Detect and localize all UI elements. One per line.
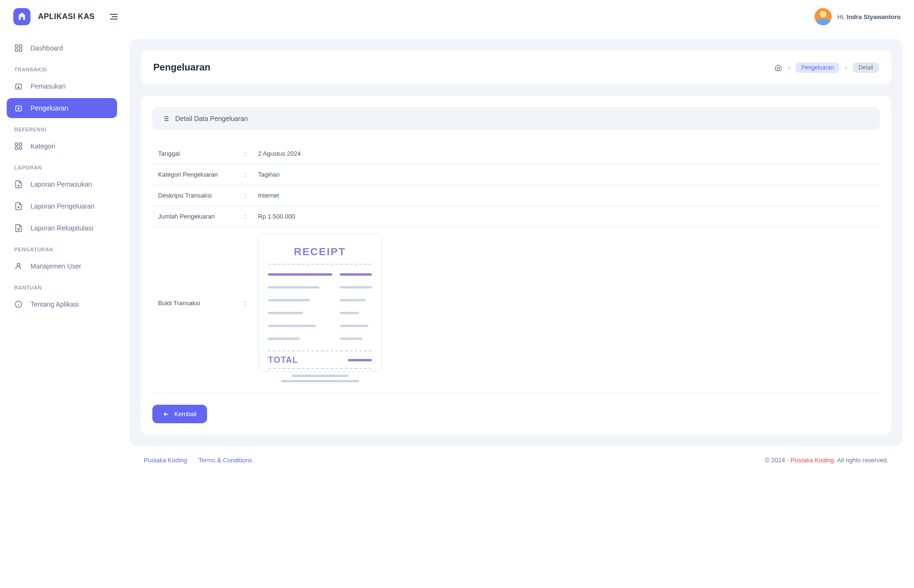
field-value: Tagihan bbox=[252, 164, 880, 185]
user-greeting: Hi, Indra Styawantoro bbox=[837, 13, 901, 20]
chevron-right-icon: › bbox=[788, 64, 790, 71]
expense-icon bbox=[14, 104, 23, 112]
table-row: Tanggal : 2 Agustus 2024 bbox=[152, 143, 880, 164]
sidebar-item-label: Laporan Rekapitulasi bbox=[30, 224, 93, 232]
detail-card: Detail Data Pengeluaran Tanggal : 2 Agus… bbox=[141, 96, 891, 435]
sidebar-item-label: Pemasukan bbox=[30, 82, 66, 90]
table-row: Kategori Pengeluaran : Tagihan bbox=[152, 164, 880, 185]
header-left: APLIKASI KAS bbox=[13, 8, 119, 25]
sidebar-item-laporan-pemasukan[interactable]: Laporan Pemasukan bbox=[7, 174, 117, 194]
page-title: Pengeluaran bbox=[153, 62, 210, 73]
home-icon[interactable] bbox=[775, 64, 782, 71]
svg-point-10 bbox=[17, 263, 20, 266]
card-title: Detail Data Pengeluaran bbox=[175, 115, 248, 122]
header-right: Hi, Indra Styawantoro bbox=[815, 8, 901, 25]
dashboard-icon bbox=[14, 44, 23, 52]
back-button-label: Kembali bbox=[174, 410, 197, 418]
sidebar-item-label: Laporan Pengeluaran bbox=[30, 202, 95, 210]
top-header: APLIKASI KAS Hi, Indra Styawantoro bbox=[0, 0, 914, 33]
page-header: Pengeluaran › Pengeluaran › Detail bbox=[141, 50, 891, 84]
sidebar-item-tentang-aplikasi[interactable]: Tentang Aplikasi bbox=[7, 294, 117, 314]
back-button[interactable]: Kembali bbox=[152, 405, 207, 423]
field-label: Tanggal bbox=[152, 143, 238, 164]
sidebar-item-manajemen-user[interactable]: Manajemen User bbox=[7, 256, 117, 276]
footer: Pustaka Koding Terms & Conditions © 2024… bbox=[129, 446, 903, 474]
breadcrumb-current: Detail bbox=[853, 62, 879, 73]
field-value: 2 Agustus 2024 bbox=[252, 143, 880, 164]
svg-rect-0 bbox=[15, 45, 18, 47]
chevron-right-icon: › bbox=[845, 64, 847, 71]
main-content: Pengeluaran › Pengeluaran › Detail Detai… bbox=[124, 33, 914, 486]
arrow-left-icon bbox=[163, 411, 169, 418]
card-header: Detail Data Pengeluaran bbox=[152, 107, 880, 130]
field-label: Jumlah Pengeluaran bbox=[152, 206, 238, 227]
sidebar-item-label: Kategori bbox=[30, 142, 55, 150]
card-actions: Kembali bbox=[152, 393, 880, 423]
sidebar: Dashboard TRANSAKSI Pemasukan Pengeluara… bbox=[0, 33, 124, 486]
field-value: Rp 1.500.000 bbox=[252, 206, 880, 227]
svg-rect-3 bbox=[20, 49, 22, 51]
footer-link-brand[interactable]: Pustaka Koding bbox=[144, 457, 187, 464]
detail-table: Tanggal : 2 Agustus 2024 Kategori Pengel… bbox=[152, 143, 880, 379]
app-logo[interactable] bbox=[13, 8, 30, 25]
footer-link-terms[interactable]: Terms & Conditions bbox=[199, 457, 252, 464]
menu-toggle-button[interactable] bbox=[108, 11, 119, 22]
field-value: Internet bbox=[252, 185, 880, 206]
sidebar-item-pengeluaran[interactable]: Pengeluaran bbox=[7, 98, 117, 118]
sidebar-item-dashboard[interactable]: Dashboard bbox=[7, 38, 117, 58]
footer-copyright: © 2024 - Pustaka Koding. All rights rese… bbox=[765, 457, 888, 464]
svg-rect-2 bbox=[15, 49, 18, 51]
receipt-total-label: TOTAL bbox=[268, 355, 298, 365]
sidebar-section-transaksi: TRANSAKSI bbox=[7, 60, 117, 76]
sidebar-item-laporan-pengeluaran[interactable]: Laporan Pengeluaran bbox=[7, 196, 117, 216]
svg-point-9 bbox=[20, 147, 22, 149]
field-label: Kategori Pengeluaran bbox=[152, 164, 238, 185]
logo-icon bbox=[17, 12, 27, 21]
field-value: RECEIPT bbox=[252, 227, 880, 379]
field-label: Bukti Transaksi bbox=[152, 227, 238, 379]
svg-rect-7 bbox=[20, 143, 22, 145]
table-row: Bukti Transaksi : RECEIPT bbox=[152, 227, 880, 379]
sidebar-section-bantuan: BANTUAN bbox=[7, 278, 117, 294]
table-row: Deskripsi Transaksi : Internet bbox=[152, 185, 880, 206]
income-icon bbox=[14, 82, 23, 90]
sidebar-section-laporan: LAPORAN bbox=[7, 158, 117, 174]
sidebar-item-laporan-rekapitulasi[interactable]: Laporan Rekapitulasi bbox=[7, 218, 117, 238]
user-icon bbox=[14, 262, 23, 270]
sidebar-item-pemasukan[interactable]: Pemasukan bbox=[7, 76, 117, 96]
sidebar-item-label: Dashboard bbox=[30, 44, 63, 52]
breadcrumb: › Pengeluaran › Detail bbox=[775, 62, 879, 73]
footer-links: Pustaka Koding Terms & Conditions bbox=[144, 457, 252, 464]
sidebar-item-label: Pengeluaran bbox=[30, 104, 68, 112]
breadcrumb-link[interactable]: Pengeluaran bbox=[795, 62, 839, 73]
svg-rect-8 bbox=[15, 147, 18, 149]
table-row: Jumlah Pengeluaran : Rp 1.500.000 bbox=[152, 206, 880, 227]
sidebar-item-label: Laporan Pemasukan bbox=[30, 180, 92, 188]
list-icon bbox=[162, 115, 169, 122]
svg-rect-6 bbox=[15, 143, 18, 145]
sidebar-section-referensi: REFERENSI bbox=[7, 120, 117, 136]
svg-rect-1 bbox=[20, 45, 22, 47]
receipt-title: RECEIPT bbox=[268, 246, 372, 258]
report-income-icon bbox=[14, 180, 23, 189]
report-expense-icon bbox=[14, 202, 23, 210]
sidebar-section-pengaturan: PENGATURAN bbox=[7, 240, 117, 256]
report-recap-icon bbox=[14, 224, 23, 232]
menu-icon bbox=[108, 11, 119, 22]
field-label: Deskripsi Transaksi bbox=[152, 185, 238, 206]
app-name: APLIKASI KAS bbox=[38, 12, 95, 21]
info-icon bbox=[14, 300, 23, 309]
sidebar-item-kategori[interactable]: Kategori bbox=[7, 136, 117, 156]
category-icon bbox=[14, 142, 23, 150]
sidebar-item-label: Tentang Aplikasi bbox=[30, 300, 79, 308]
avatar[interactable] bbox=[815, 8, 832, 25]
receipt-image[interactable]: RECEIPT bbox=[258, 234, 382, 372]
sidebar-item-label: Manajemen User bbox=[30, 262, 81, 270]
